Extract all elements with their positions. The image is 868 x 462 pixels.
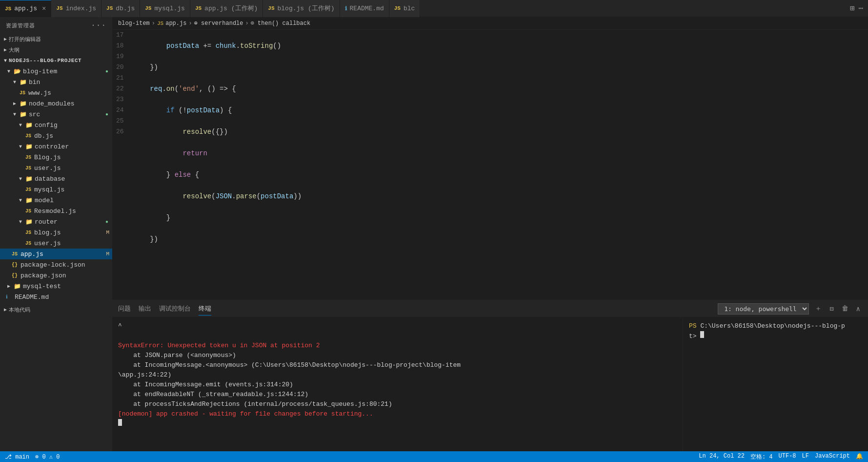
- delete-terminal-icon[interactable]: 🗑: [840, 304, 850, 314]
- terminal-line: at processTicksAndRejections (internal/p…: [118, 399, 677, 409]
- tab-label: app.js: [14, 5, 37, 12]
- sidebar-item-package-lock[interactable]: {} package-lock.json: [0, 259, 112, 270]
- sidebar-item-open-editors[interactable]: ▶ 打开的编辑器: [0, 34, 112, 44]
- file-label: mysql.js: [34, 186, 64, 193]
- code-content[interactable]: postData += chunk.toString() }) req.on('…: [132, 30, 868, 300]
- sidebar-item-bin[interactable]: ▼ 📁 bin: [0, 77, 112, 87]
- tab-blog-js-tree[interactable]: JS blog.js (工作树): [263, 0, 340, 17]
- sidebar-item-model[interactable]: ▼ 📁 model: [0, 195, 112, 206]
- chevron-right-icon: ▶: [12, 101, 18, 106]
- folder-icon: 📁: [25, 175, 33, 183]
- tab-index-js[interactable]: JS index.js: [51, 0, 101, 17]
- terminal-output[interactable]: ^ SyntaxError: Unexpected token u in JSO…: [112, 317, 683, 451]
- split-terminal-icon[interactable]: ⊟: [828, 304, 835, 314]
- tab-blc[interactable]: JS blc: [389, 0, 421, 17]
- file-label: Blog.js: [34, 154, 61, 161]
- terminal-line: at IncomingMessage.<anonymous> (C:\Users…: [118, 360, 677, 370]
- error-count[interactable]: ⊗ 0 ⚠ 0: [35, 453, 60, 461]
- js-icon: JS: [25, 230, 32, 235]
- folder-open-icon: 📂: [14, 68, 21, 75]
- file-label: user.js: [34, 240, 61, 247]
- spaces[interactable]: 空格: 4: [750, 453, 773, 461]
- info-icon: ℹ: [345, 5, 347, 12]
- js-icon: JS: [20, 90, 26, 96]
- git-branch[interactable]: ⎇ main: [5, 453, 29, 461]
- terminal-nodemon-line: [nodemon] app crashed - waiting for file…: [118, 409, 677, 419]
- tab-app-js-tree[interactable]: JS app.js (工作树): [190, 0, 263, 17]
- sidebar-item-node-modules[interactable]: ▶ 📁 node_modules: [0, 98, 112, 109]
- folder-icon: 📁: [20, 79, 27, 86]
- terminal-line: at JSON.parse (<anonymous>): [118, 351, 677, 360]
- breadcrumb-part[interactable]: ⊙ then() callback: [251, 20, 310, 27]
- sidebar-item-router[interactable]: ▼ 📁 router ●: [0, 216, 112, 227]
- line-ending[interactable]: LF: [802, 453, 809, 461]
- sidebar-item-readme[interactable]: ℹ README.md: [0, 292, 112, 302]
- line-numbers: 17 18 19 20 21 22 23 24 25 26: [112, 30, 132, 300]
- close-terminal-icon[interactable]: ∧: [854, 304, 862, 314]
- sidebar-item-blog-js-router[interactable]: JS blog.js M: [0, 227, 112, 238]
- terminal-body: ^ SyntaxError: Unexpected token u in JSO…: [112, 317, 868, 451]
- chevron-down-icon: ▼: [18, 123, 23, 128]
- sidebar-item-package-json[interactable]: {} package.json: [0, 270, 112, 281]
- code-line-17: postData += chunk.toString(): [134, 41, 868, 51]
- js-icon-bc: JS: [157, 21, 163, 26]
- sidebar-item-blog-js-ctrl[interactable]: JS Blog.js: [0, 152, 112, 163]
- add-terminal-icon[interactable]: ＋: [813, 303, 824, 314]
- tab-problems[interactable]: 问题: [118, 302, 131, 315]
- breadcrumb-part[interactable]: blog-item: [118, 20, 150, 27]
- sidebar-item-www-js[interactable]: JS www.js: [0, 87, 112, 98]
- section-label: 本地代码: [9, 306, 30, 314]
- sidebar-item-src[interactable]: ▼ 📁 src ●: [0, 109, 112, 120]
- feedback-icon[interactable]: 🔔: [856, 453, 863, 461]
- sidebar-item-app-js[interactable]: JS app.js M: [0, 249, 112, 259]
- folder-label: src: [29, 111, 40, 118]
- sidebar-item-db-js[interactable]: JS db.js: [0, 130, 112, 141]
- language[interactable]: JavaScript: [815, 453, 850, 461]
- sidebar-item-outline[interactable]: ▶ 大纲: [0, 44, 112, 55]
- untracked-dot: ●: [105, 69, 108, 74]
- tab-terminal[interactable]: 终端: [199, 302, 211, 315]
- sidebar-item-resmodel-js[interactable]: JS Resmodel.js: [0, 206, 112, 216]
- encoding[interactable]: UTF-8: [779, 453, 796, 461]
- sidebar-more-icon[interactable]: ···: [91, 21, 106, 30]
- terminal-error-line: SyntaxError: Unexpected token u in JSON …: [118, 341, 677, 351]
- tab-label: db.js: [116, 5, 135, 12]
- sidebar-item-mysql-test[interactable]: ▶ 📁 mysql-test: [0, 281, 112, 292]
- terminal-line: at IncomingMessage.emit (events.js:314:2…: [118, 380, 677, 390]
- tab-readme[interactable]: ℹ README.md: [340, 0, 389, 17]
- sidebar-item-user-js-ctrl[interactable]: JS user.js: [0, 163, 112, 173]
- breadcrumb-part[interactable]: app.js: [165, 20, 186, 27]
- tab-output[interactable]: 输出: [139, 302, 151, 315]
- sidebar-item-local[interactable]: ▶ 本地代码: [0, 304, 112, 315]
- sidebar-item-user-js-router[interactable]: JS user.js: [0, 238, 112, 249]
- sidebar-item-controler[interactable]: ▼ 📁 controler: [0, 141, 112, 152]
- chevron-down-icon: ▼: [12, 80, 18, 85]
- untracked-dot: ●: [105, 219, 108, 225]
- chevron-right-icon: ▶: [4, 307, 7, 313]
- code-editor[interactable]: 17 18 19 20 21 22 23 24 25 26 postData +…: [112, 30, 868, 300]
- sidebar-item-config[interactable]: ▼ 📁 config: [0, 120, 112, 130]
- chevron-down-icon: ▼: [18, 176, 23, 182]
- sidebar-item-project[interactable]: ▼ NODEJS---BLOG-PROJECT: [0, 55, 112, 66]
- code-line-24: resolve(JSON.parse(postData)): [134, 191, 868, 202]
- breadcrumb-sep: ›: [188, 20, 192, 27]
- tab-debug-console[interactable]: 调试控制台: [159, 302, 191, 315]
- cursor-block: [118, 419, 122, 426]
- more-tabs-icon[interactable]: ⋯: [858, 3, 863, 13]
- tab-mysql-js[interactable]: JS mysql.js: [140, 0, 190, 17]
- json-icon: {}: [12, 273, 19, 278]
- breadcrumb-part[interactable]: ⊕ serverhandle: [194, 20, 243, 27]
- close-icon[interactable]: ×: [42, 5, 46, 13]
- split-editor-icon[interactable]: ⊞: [850, 3, 855, 13]
- sidebar-item-mysql-js[interactable]: JS mysql.js: [0, 184, 112, 195]
- folder-icon: 📁: [20, 100, 27, 107]
- tab-app-js[interactable]: JS app.js ×: [0, 0, 51, 17]
- terminal-right-panel[interactable]: PS C:\Users\86158\Desktop\nodejs---blog-…: [683, 317, 868, 451]
- terminal-shell-select[interactable]: 1: node, powershell: [718, 303, 809, 315]
- ln-col[interactable]: Ln 24, Col 22: [699, 453, 745, 461]
- js-icon: JS: [195, 5, 202, 11]
- sidebar-item-blog-item[interactable]: ▼ 📂 blog-item ●: [0, 66, 112, 77]
- chevron-down-icon: ▼: [18, 198, 23, 203]
- tab-db-js[interactable]: JS db.js: [101, 0, 140, 17]
- sidebar-item-database[interactable]: ▼ 📁 database: [0, 173, 112, 184]
